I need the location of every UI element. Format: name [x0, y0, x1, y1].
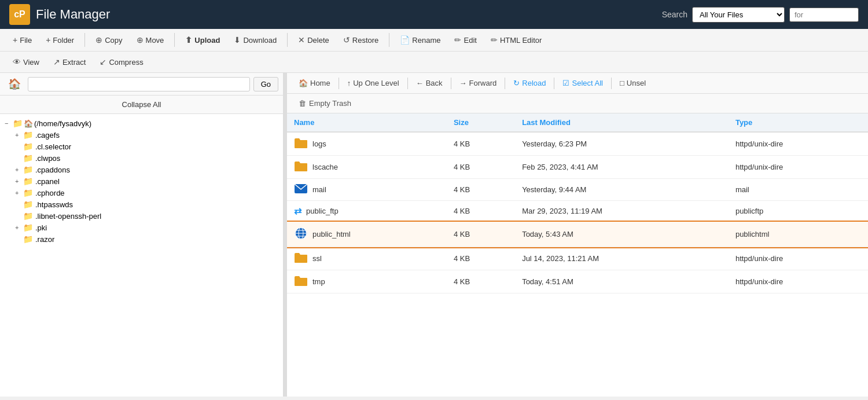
select-all-icon: ☑: [562, 79, 569, 87]
separator: [339, 78, 339, 89]
rename-button[interactable]: 📄 Rename: [394, 32, 446, 47]
file-type-cell: httpd/unix-dire: [729, 132, 868, 156]
col-size[interactable]: Size: [447, 113, 515, 132]
table-row[interactable]: public_html4 KBToday, 5:43 AMpublichtml: [287, 222, 868, 247]
file-name-text: lscache: [312, 163, 338, 171]
file-nav2: 🗑 Empty Trash: [287, 94, 868, 113]
tree-toggle[interactable]: +: [15, 224, 23, 231]
sidebar-home-button[interactable]: 🏠: [5, 76, 24, 91]
sidebar-nav: 🏠 Go: [0, 73, 283, 96]
html-editor-button[interactable]: ✏ HTML Editor: [485, 32, 547, 47]
forward-icon: →: [459, 79, 467, 87]
tree-item-label: .cphorde: [35, 189, 65, 197]
table-row[interactable]: mail4 KBYesterday, 9:44 AMmail: [287, 179, 868, 201]
file-name-cell[interactable]: public_html: [287, 222, 447, 247]
tree-item-razor[interactable]: 📁 .razor: [13, 233, 281, 245]
delete-label: Delete: [307, 36, 329, 45]
file-table-container: Name Size Last Modified Type logs4 KBYes…: [287, 113, 868, 397]
new-folder-label: Folder: [53, 36, 74, 45]
search-area: Search All Your Files File Name Only Fil…: [662, 7, 859, 23]
edit-button[interactable]: ✏ Edit: [448, 32, 482, 47]
tree-item-cphorde[interactable]: + 📁 .cphorde: [13, 187, 281, 199]
folder-icon: 📁: [23, 211, 33, 221]
separator: [174, 33, 175, 47]
search-input[interactable]: [789, 8, 859, 22]
tree-item-htpasswds[interactable]: 📁 .htpasswds: [13, 199, 281, 210]
up-one-level-button[interactable]: ↑ Up One Level: [341, 76, 405, 90]
new-folder-button[interactable]: + Folder: [40, 32, 80, 47]
table-row[interactable]: tmp4 KBToday, 4:51 AMhttpd/unix-dire: [287, 270, 868, 293]
extract-button[interactable]: ↗ Extract: [47, 54, 91, 69]
new-file-button[interactable]: + File: [7, 32, 38, 47]
download-button[interactable]: ⬇ Download: [228, 32, 282, 47]
file-modified-cell: Today, 5:43 AM: [515, 222, 729, 247]
back-button[interactable]: ← Back: [410, 76, 448, 90]
file-size-cell: 4 KB: [447, 222, 515, 247]
file-name-cell[interactable]: ⇄public_ftp: [287, 201, 447, 221]
globe-icon: [294, 226, 308, 242]
unselect-label: Unsel: [627, 79, 646, 87]
tree-item-clwpos[interactable]: 📁 .clwpos: [13, 152, 281, 164]
select-all-button[interactable]: ☑ Select All: [557, 76, 608, 90]
edit-icon: ✏: [454, 35, 461, 45]
path-input[interactable]: [28, 77, 250, 91]
restore-button[interactable]: ↺ Restore: [337, 32, 385, 47]
tree-item-libnet[interactable]: 📁 .libnet-openssh-perl: [13, 210, 281, 222]
tree-item-root[interactable]: − 📁 🏠 (/home/fysadvyk): [2, 118, 281, 129]
tree-item-pki[interactable]: + 📁 .pki: [13, 222, 281, 233]
collapse-all-button[interactable]: Collapse All: [0, 96, 283, 114]
tree-item-cagefs[interactable]: + 📁 .cagefs: [13, 129, 281, 141]
go-button[interactable]: Go: [253, 77, 278, 91]
file-type-cell: publicftp: [729, 201, 868, 222]
table-row[interactable]: logs4 KBYesterday, 6:23 PMhttpd/unix-dir…: [287, 132, 868, 156]
col-modified[interactable]: Last Modified: [515, 113, 729, 132]
tree-item-cpaddons[interactable]: + 📁 .cpaddons: [13, 164, 281, 175]
tree-toggle[interactable]: +: [15, 131, 23, 138]
tree-item-label: .cagefs: [35, 131, 60, 140]
file-name-cell[interactable]: ssl: [287, 247, 447, 270]
col-type[interactable]: Type: [729, 113, 868, 132]
file-name-cell[interactable]: tmp: [287, 270, 447, 293]
search-scope-select[interactable]: All Your Files File Name Only File Conte…: [692, 7, 785, 23]
table-row[interactable]: lscache4 KBFeb 25, 2023, 4:41 AMhttpd/un…: [287, 156, 868, 179]
search-label: Search: [662, 10, 687, 19]
reload-button[interactable]: ↻ Reload: [507, 76, 551, 90]
empty-trash-button[interactable]: 🗑 Empty Trash: [293, 97, 357, 110]
upload-button[interactable]: ⬆ Upload: [179, 32, 226, 47]
delete-button[interactable]: ✕ Delete: [292, 32, 335, 47]
move-button[interactable]: ⊕ Move: [131, 32, 170, 47]
tree-item-label: .razor: [35, 235, 54, 244]
view-label: View: [23, 58, 39, 67]
view-icon: 👁: [13, 57, 21, 67]
file-name-text: mail: [312, 185, 326, 194]
restore-label: Restore: [352, 36, 379, 45]
home-icon: 🏠: [24, 119, 33, 128]
separator: [451, 78, 451, 89]
tree-toggle[interactable]: −: [5, 120, 13, 127]
file-type-cell: mail: [729, 179, 868, 201]
file-name-cell[interactable]: mail: [287, 179, 447, 200]
unselect-icon: □: [620, 79, 624, 87]
reload-label: Reload: [522, 79, 546, 87]
logo: cP File Manager: [9, 4, 110, 25]
view-button[interactable]: 👁 View: [7, 54, 45, 69]
tree-toggle: [15, 236, 23, 243]
file-size-cell: 4 KB: [447, 156, 515, 179]
tree-toggle[interactable]: +: [15, 189, 23, 196]
home-button[interactable]: 🏠 Home: [293, 76, 336, 90]
compress-button[interactable]: ↙ Compress: [94, 54, 149, 69]
tree-item-clselector[interactable]: 📁 .cl.selector: [13, 141, 281, 152]
forward-button[interactable]: → Forward: [454, 76, 503, 90]
tree-toggle[interactable]: +: [15, 166, 23, 173]
delete-icon: ✕: [298, 35, 305, 45]
tree-item-cpanel[interactable]: + 📁 .cpanel: [13, 175, 281, 187]
file-name-cell[interactable]: logs: [287, 133, 447, 155]
table-row[interactable]: ssl4 KBJul 14, 2023, 11:21 AMhttpd/unix-…: [287, 247, 868, 270]
copy-button[interactable]: ⊕ Copy: [90, 32, 128, 47]
unselect-button[interactable]: □ Unsel: [614, 76, 652, 90]
table-row[interactable]: ⇄public_ftp4 KBMar 29, 2023, 11:19 AMpub…: [287, 201, 868, 222]
rename-icon: 📄: [400, 35, 410, 45]
col-name[interactable]: Name: [287, 113, 447, 132]
file-name-cell[interactable]: lscache: [287, 156, 447, 178]
tree-toggle[interactable]: +: [15, 178, 23, 185]
